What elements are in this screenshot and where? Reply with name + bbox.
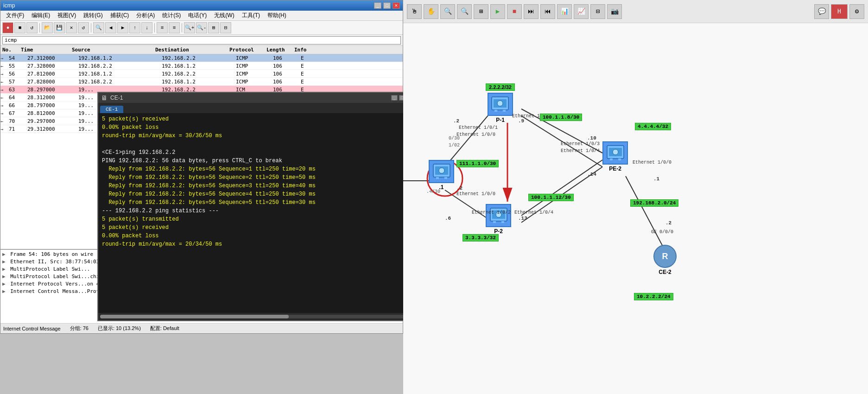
- status-bar: Internet Control Message 分组: 76 已显示: 10 …: [0, 323, 403, 333]
- table-row[interactable]: → 54 27.312000 192.168.1.2 192.168.2.2 I…: [0, 54, 403, 62]
- terminal-line: Reply from 192.168.2.2: bytes=56 Sequenc…: [102, 190, 412, 198]
- stop-btn[interactable]: ■: [14, 22, 25, 33]
- net-table-btn[interactable]: ⊟: [590, 4, 605, 19]
- svg-point-13: [497, 101, 503, 106]
- label-dot2-p1: .2: [453, 118, 459, 124]
- scrollbar-thumb[interactable]: [100, 315, 289, 318]
- router-p1[interactable]: [488, 93, 513, 116]
- net-screenshot-btn[interactable]: 📷: [607, 4, 622, 19]
- close-btn[interactable]: ✕: [393, 2, 400, 9]
- terminal-line: Reply from 192.168.2.2: bytes=56 Sequenc…: [102, 165, 412, 173]
- label-eth-pe1-0: Ethernet 1/0/0: [456, 191, 495, 197]
- terminal-line: --- 192.168.2.2 ping statistics ---: [102, 207, 412, 215]
- layout-btn[interactable]: ⊟: [220, 22, 231, 33]
- router-pe2[interactable]: [602, 141, 628, 165]
- menu-tools[interactable]: 工具(T): [238, 11, 264, 20]
- detail-text: Internet Control Messa...Protocol: [10, 288, 112, 294]
- zoom-fit-btn[interactable]: ⊞: [208, 22, 219, 33]
- menu-phone[interactable]: 电话(Y): [184, 11, 210, 20]
- label-p2: P-2: [494, 228, 503, 235]
- svg-rect-25: [501, 221, 504, 223]
- net-step-btn[interactable]: ⏭: [524, 4, 539, 19]
- label-3333: 3.3.3.3/32: [463, 234, 499, 241]
- menu-capture[interactable]: 捕获(C): [107, 11, 133, 20]
- label-eth-pe2-3: Ethernet 1/0/3: [561, 141, 600, 146]
- close-file-btn[interactable]: ✕: [66, 22, 77, 33]
- label-eth-pe2-4: Ethernet 1/0/4: [561, 148, 600, 153]
- terminal-line: Reply from 192.168.2.2: bytes=56 Sequenc…: [102, 198, 412, 207]
- network-panel: 🖱 ✋ 🔍 🔍 ⊞ ▶ ■ ⏭ ⏮ 📊 📈 ⊟ 📷 💬 H ⚙: [403, 0, 868, 394]
- node-pe1[interactable]: .1: [429, 160, 454, 191]
- zoom-in-btn[interactable]: 🔍: [93, 22, 104, 33]
- net-chart-btn[interactable]: 📈: [574, 4, 589, 19]
- forward-btn[interactable]: ▶: [117, 22, 128, 33]
- net-zoom-in-btn[interactable]: 🔍: [440, 4, 455, 19]
- table-row[interactable]: → 56 27.812000 192.168.1.2 192.168.2.2 I…: [0, 70, 403, 78]
- net-logo-btn[interactable]: H: [831, 4, 848, 19]
- filter2-btn[interactable]: ≡: [169, 22, 180, 33]
- terminal-line: <CE-1>ping 192.168.2.2: [102, 148, 412, 157]
- open-btn[interactable]: 📂: [42, 22, 53, 33]
- net-graph-btn[interactable]: 📊: [557, 4, 572, 19]
- net-zoom-out-btn[interactable]: 🔍: [457, 4, 472, 19]
- node-p1[interactable]: 2.2.2.2/32 P-1: [486, 83, 515, 123]
- svg-line-5: [521, 160, 602, 216]
- menu-bar: 文件(F) 编辑(E) 视图(V) 跳转(G) 捕获(C) 分析(A) 统计(S…: [0, 11, 403, 21]
- maximize-btn[interactable]: □: [383, 2, 391, 9]
- router-p2[interactable]: [486, 204, 511, 227]
- zoom-out-btn[interactable]: 🔍-: [196, 22, 207, 33]
- down-btn[interactable]: ↓: [141, 22, 152, 33]
- header-dst: Destination: [153, 47, 228, 53]
- terminal-tab[interactable]: CE-1: [100, 106, 123, 113]
- scrollbar-track[interactable]: [100, 315, 414, 318]
- record-btn[interactable]: ●: [2, 22, 13, 33]
- menu-view[interactable]: 视图(V): [54, 11, 80, 20]
- ce2-letter: R: [662, 252, 668, 261]
- menu-jump[interactable]: 跳转(G): [80, 11, 106, 20]
- up-btn[interactable]: ↑: [129, 22, 140, 33]
- net-chat-btn[interactable]: 💬: [814, 4, 829, 19]
- back-btn[interactable]: ◀: [105, 22, 116, 33]
- reload-btn[interactable]: ↺: [26, 22, 38, 33]
- save-btn[interactable]: 💾: [54, 22, 65, 33]
- net-step2-btn[interactable]: ⏮: [540, 4, 555, 19]
- label-eth-p1-0: Ethernet 1/0/0: [456, 132, 495, 137]
- zoom-in2-btn[interactable]: 🔍+: [184, 22, 195, 33]
- menu-file[interactable]: 文件(F): [2, 11, 28, 20]
- table-row[interactable]: ← 55 27.328000 192.168.2.2 192.168.1.2 I…: [0, 62, 403, 70]
- terminal-line: 0.00% packet loss: [102, 232, 412, 240]
- label-ce2: CE-2: [659, 269, 671, 275]
- terminal-title: CE-1: [110, 95, 123, 101]
- header-proto: Protocol: [228, 47, 265, 53]
- table-row[interactable]: ← 57 27.828000 192.168.2.2 192.168.1.2 I…: [0, 78, 403, 86]
- net-tool-btn[interactable]: 🖱: [407, 4, 422, 19]
- reload2-btn[interactable]: ↺: [78, 22, 89, 33]
- terminal-minimize[interactable]: _: [391, 95, 398, 101]
- filter-input[interactable]: [2, 36, 401, 44]
- network-diagram: 2.2.2.2/32 P-1 Ethernet 1/0/1 Ethernet 1…: [403, 23, 868, 394]
- filter-btn[interactable]: ≡: [157, 22, 168, 33]
- net-play-btn[interactable]: ▶: [490, 4, 505, 19]
- net-screen-btn[interactable]: ⊞: [474, 4, 488, 19]
- menu-analyze[interactable]: 分析(A): [133, 11, 158, 20]
- terminal-line: Reply from 192.168.2.2: bytes=56 Sequenc…: [102, 182, 412, 190]
- header-src: Source: [70, 47, 153, 53]
- router-ce2[interactable]: R: [653, 245, 677, 268]
- minimize-btn[interactable]: _: [374, 2, 381, 9]
- menu-help[interactable]: 帮助(H): [264, 11, 290, 20]
- net-settings-btn[interactable]: ⚙: [849, 4, 864, 19]
- net-stop-btn[interactable]: ■: [507, 4, 522, 19]
- node-p2[interactable]: P-2: [486, 204, 511, 235]
- menu-stats[interactable]: 统计(S): [158, 11, 184, 20]
- menu-wireless[interactable]: 无线(W): [210, 11, 238, 20]
- router-pe1[interactable]: [429, 160, 454, 183]
- svg-rect-20: [444, 177, 447, 179]
- node-ce2[interactable]: R CE-2: [653, 245, 677, 275]
- menu-edit[interactable]: 编辑(E): [28, 11, 54, 20]
- status-config: 配置: Default: [150, 325, 179, 332]
- svg-point-28: [613, 149, 618, 155]
- node-pe2[interactable]: PE-2: [602, 141, 628, 172]
- net-tool-btn[interactable]: ✋: [424, 4, 438, 19]
- label-111: 111.1.1.0/30: [456, 160, 499, 167]
- label-100-8: 100.1.1.8/30: [540, 114, 582, 121]
